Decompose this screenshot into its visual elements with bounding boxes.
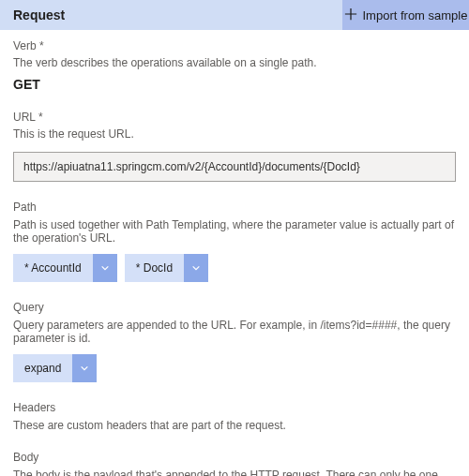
verb-desc: The verb describes the operations availa… <box>13 56 456 69</box>
url-label: URL * <box>13 111 456 124</box>
path-desc: Path is used together with Path Templati… <box>13 218 456 245</box>
verb-section: Verb * The verb describes the operations… <box>13 39 456 92</box>
import-from-sample-button[interactable]: Import from sample <box>342 0 469 30</box>
verb-label: Verb * <box>13 39 456 52</box>
body-label: Body <box>13 451 456 464</box>
header-title: Request <box>0 0 342 30</box>
chevron-down-icon[interactable] <box>72 354 97 382</box>
chip-label: expand <box>13 354 72 382</box>
url-input[interactable] <box>13 152 456 182</box>
query-label: Query <box>13 301 456 314</box>
path-chip-accountid[interactable]: * AccountId <box>13 254 117 282</box>
headers-label: Headers <box>13 401 456 414</box>
request-content: Verb * The verb describes the operations… <box>0 30 469 476</box>
headers-desc: These are custom headers that are part o… <box>13 419 456 432</box>
plus-icon <box>344 7 357 23</box>
body-desc: The body is the payload that's appended … <box>13 469 456 476</box>
headers-section: Headers These are custom headers that ar… <box>13 401 456 432</box>
verb-value: GET <box>13 77 456 92</box>
url-desc: This is the request URL. <box>13 127 456 141</box>
chevron-down-icon[interactable] <box>184 254 208 282</box>
query-section: Query Query parameters are appended to t… <box>13 301 456 382</box>
chip-label: * DocId <box>125 254 184 282</box>
url-section: URL * This is the request URL. <box>13 111 456 182</box>
query-chips: expand <box>13 354 456 382</box>
query-chip-expand[interactable]: expand <box>13 354 97 382</box>
path-section: Path Path is used together with Path Tem… <box>13 201 456 282</box>
chip-label: * AccountId <box>13 254 93 282</box>
header-bar: Request Import from sample <box>0 0 469 30</box>
query-desc: Query parameters are appended to the URL… <box>13 319 456 345</box>
chevron-down-icon[interactable] <box>93 254 117 282</box>
path-chip-docid[interactable]: * DocId <box>125 254 208 282</box>
import-label: Import from sample <box>363 8 468 22</box>
path-label: Path <box>13 201 456 214</box>
path-chips: * AccountId * DocId <box>13 254 456 282</box>
body-section: Body The body is the payload that's appe… <box>13 451 456 476</box>
